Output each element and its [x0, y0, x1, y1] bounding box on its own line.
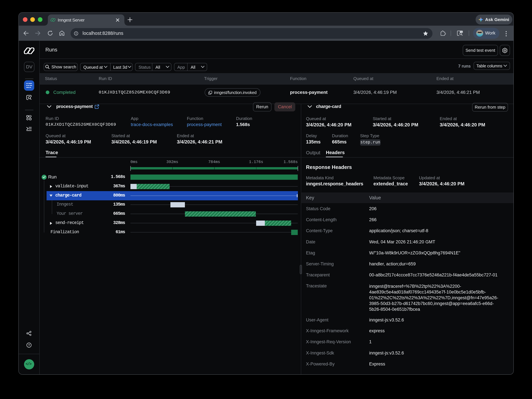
svg-text:?: ? [28, 344, 30, 347]
